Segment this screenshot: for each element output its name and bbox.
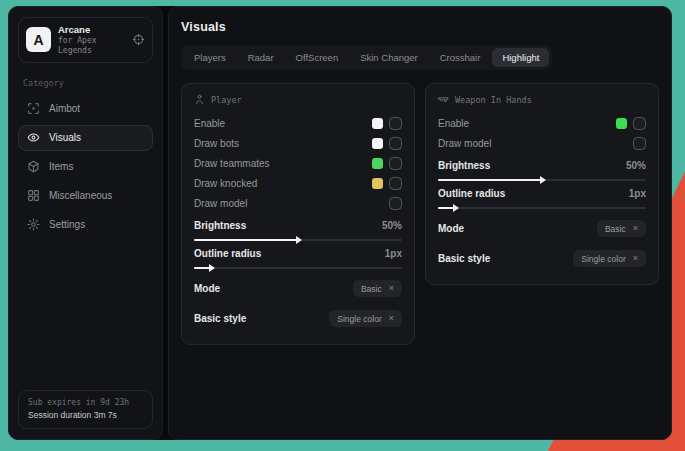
setting-label: Draw model: [194, 198, 389, 209]
slider-fill: [438, 179, 542, 181]
sidebar-item-label: Settings: [49, 219, 85, 230]
app-window: A Arcane for Apex Legends Category Aimbo…: [8, 6, 672, 440]
tab-radar[interactable]: Radar: [238, 48, 284, 67]
color-swatch[interactable]: [372, 178, 383, 189]
sidebar-item-label: Miscellaneous: [49, 190, 112, 201]
sidebar-item-label: Items: [49, 161, 73, 172]
slider-label: Outline radius: [438, 188, 629, 199]
misc-icon: [27, 189, 40, 202]
settings-icon: [27, 218, 40, 231]
select-row: Basic styleSingle color×: [194, 305, 402, 332]
panel-header: Player: [194, 94, 402, 105]
aimbot-icon: [27, 102, 40, 115]
setting-label: Draw bots: [194, 138, 372, 149]
slider-thumb[interactable]: [453, 204, 463, 212]
panel-player: PlayerEnableDraw botsDraw teammatesDraw …: [181, 83, 415, 345]
slider-label: Brightness: [438, 160, 626, 171]
category-label: Category: [23, 78, 148, 88]
app-header: A Arcane for Apex Legends: [18, 17, 153, 63]
setting-row: Draw knocked: [194, 173, 402, 193]
sidebar: A Arcane for Apex Legends Category Aimbo…: [8, 6, 163, 440]
slider-value: 1px: [385, 248, 402, 259]
checkbox[interactable]: [389, 197, 402, 210]
slider-row: Outline radius1px: [438, 188, 646, 209]
select-row: Basic styleSingle color×: [438, 245, 646, 272]
slider-track[interactable]: [438, 179, 646, 181]
slider-track[interactable]: [194, 239, 402, 241]
sidebar-item-settings[interactable]: Settings: [18, 212, 153, 238]
subscription-info: Sub expires in 9d 23h Session duration 3…: [18, 390, 153, 429]
select-label: Mode: [194, 283, 353, 294]
color-swatch[interactable]: [616, 118, 627, 129]
panel-title: Player: [211, 95, 242, 105]
app-subtitle: for Apex Legends: [58, 36, 125, 56]
player-icon: [194, 94, 205, 105]
selected-option-chip[interactable]: Basic×: [597, 220, 646, 237]
selected-option-chip[interactable]: Basic×: [353, 280, 402, 297]
app-logo: A: [26, 27, 51, 52]
chip-remove-icon[interactable]: ×: [389, 284, 394, 293]
chip-label: Single color: [581, 254, 625, 264]
tab-bar: PlayersRadarOffScreenSkin ChangerCrossha…: [181, 45, 552, 70]
slider-track[interactable]: [194, 267, 402, 269]
tab-offscreen[interactable]: OffScreen: [286, 48, 349, 67]
setting-row: Enable: [438, 113, 646, 133]
slider-fill: [194, 239, 298, 241]
checkbox[interactable]: [633, 117, 646, 130]
sidebar-item-visuals[interactable]: Visuals: [18, 125, 153, 151]
chip-remove-icon[interactable]: ×: [633, 224, 638, 233]
slider-value: 50%: [382, 220, 402, 231]
app-name: Arcane: [58, 24, 125, 36]
chip-label: Basic: [361, 284, 382, 294]
color-swatch[interactable]: [372, 158, 383, 169]
slider-thumb[interactable]: [296, 236, 306, 244]
tab-highlight[interactable]: Highlight: [492, 48, 549, 67]
setting-label: Draw model: [438, 138, 633, 149]
color-swatch[interactable]: [372, 118, 383, 129]
slider-row: Brightness50%: [194, 220, 402, 241]
setting-row: Draw model: [194, 193, 402, 213]
panels-container: PlayerEnableDraw botsDraw teammatesDraw …: [181, 83, 659, 345]
checkbox[interactable]: [389, 117, 402, 130]
session-duration-text: Session duration 3m 7s: [28, 409, 143, 422]
sidebar-item-label: Aimbot: [49, 103, 80, 114]
slider-thumb[interactable]: [209, 264, 219, 272]
select-row: ModeBasic×: [438, 215, 646, 242]
sidebar-item-items[interactable]: Items: [18, 154, 153, 180]
setting-label: Draw teammates: [194, 158, 372, 169]
tab-crosshair[interactable]: Crosshair: [430, 48, 491, 67]
sidebar-item-aimbot[interactable]: Aimbot: [18, 96, 153, 122]
slider-thumb[interactable]: [540, 176, 550, 184]
slider-track[interactable]: [438, 207, 646, 209]
items-icon: [27, 160, 40, 173]
selected-option-chip[interactable]: Single color×: [329, 310, 402, 327]
setting-row: Enable: [194, 113, 402, 133]
sidebar-item-miscellaneous[interactable]: Miscellaneous: [18, 183, 153, 209]
select-label: Basic style: [438, 253, 573, 264]
sidebar-nav: AimbotVisualsItemsMiscellaneousSettings: [18, 96, 153, 238]
setting-label: Draw knocked: [194, 178, 372, 189]
selected-option-chip[interactable]: Single color×: [573, 250, 646, 267]
chip-remove-icon[interactable]: ×: [389, 314, 394, 323]
tab-players[interactable]: Players: [184, 48, 236, 67]
setting-row: Draw teammates: [194, 153, 402, 173]
chip-label: Single color: [337, 314, 381, 324]
sidebar-item-label: Visuals: [49, 132, 81, 143]
main-content: Visuals PlayersRadarOffScreenSkin Change…: [168, 6, 672, 440]
chip-remove-icon[interactable]: ×: [633, 254, 638, 263]
setting-label: Enable: [194, 118, 372, 129]
setting-label: Enable: [438, 118, 616, 129]
checkbox[interactable]: [389, 177, 402, 190]
slider-label: Outline radius: [194, 248, 385, 259]
checkbox[interactable]: [389, 137, 402, 150]
checkbox[interactable]: [389, 157, 402, 170]
slider-value: 1px: [629, 188, 646, 199]
setting-row: Draw bots: [194, 133, 402, 153]
color-swatch[interactable]: [372, 138, 383, 149]
select-label: Basic style: [194, 313, 329, 324]
checkbox[interactable]: [633, 137, 646, 150]
slider-row: Brightness50%: [438, 160, 646, 181]
crosshair-icon[interactable]: [132, 33, 145, 46]
slider-row: Outline radius1px: [194, 248, 402, 269]
tab-skin-changer[interactable]: Skin Changer: [350, 48, 428, 67]
